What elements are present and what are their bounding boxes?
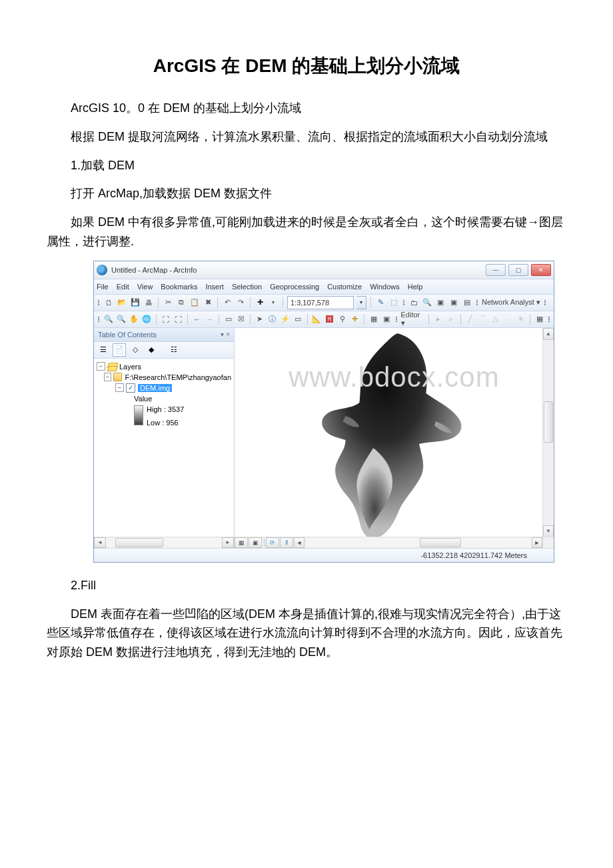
edit-tool-icon[interactable]: ▸ <box>433 314 443 325</box>
open-icon[interactable]: 📂 <box>117 297 127 308</box>
scale-input[interactable]: 1:3,107,578 <box>287 296 354 309</box>
model-icon[interactable]: ▣ <box>448 297 459 308</box>
html-popup-icon[interactable]: ▭ <box>293 314 303 325</box>
coordinates-readout: -61352.218 4202911.742 Meters <box>420 551 527 559</box>
layers-node[interactable]: Layers <box>119 363 141 371</box>
layer-visibility-checkbox[interactable]: ✓ <box>126 383 135 393</box>
scroll-left-icon[interactable]: ◄ <box>94 537 106 548</box>
python-icon[interactable]: ▣ <box>435 297 446 308</box>
forward-icon[interactable]: → <box>205 314 215 325</box>
goto-xy-icon[interactable]: ✚ <box>350 314 360 325</box>
menu-selection[interactable]: Selection <box>232 283 262 291</box>
scrollbar-thumb[interactable] <box>115 538 163 547</box>
zoom-out-icon[interactable]: 🔍 <box>116 314 126 325</box>
find-icon[interactable]: 🅼 <box>324 314 334 325</box>
menu-help[interactable]: Help <box>408 283 423 291</box>
menu-customize[interactable]: Customize <box>327 283 362 291</box>
scroll-left-icon[interactable]: ◄ <box>294 537 305 548</box>
list-by-selection-icon[interactable]: ◆ <box>145 343 158 357</box>
menu-geoprocessing[interactable]: Geoprocessing <box>270 283 319 291</box>
toc-options-icon[interactable]: ☷ <box>167 343 181 357</box>
editor-toolbar-icon[interactable]: ✎ <box>375 297 386 308</box>
pointer-icon[interactable]: ➤ <box>255 314 265 325</box>
value-label: Value <box>134 395 152 403</box>
collapse-icon[interactable]: − <box>104 373 111 381</box>
collapse-icon[interactable]: − <box>97 362 105 371</box>
collapse-icon[interactable]: − <box>115 383 124 392</box>
select-features-icon[interactable]: ▭ <box>223 314 233 325</box>
dropdown-icon[interactable]: ▾ <box>268 297 279 308</box>
scroll-right-icon[interactable]: ► <box>222 537 234 548</box>
pan-icon[interactable]: ✋ <box>129 314 139 325</box>
sketch-trace-icon[interactable]: △ <box>490 314 500 325</box>
menu-insert[interactable]: Insert <box>205 283 224 291</box>
sketch-more-icon[interactable]: ✳ <box>516 314 526 325</box>
find-route-icon[interactable]: ⚲ <box>337 314 347 325</box>
measure-icon[interactable]: 📐 <box>312 314 322 325</box>
attributes-icon[interactable]: ▦ <box>534 314 544 325</box>
cut-icon[interactable]: ✂ <box>163 297 173 308</box>
pause-icon[interactable]: Ⅱ <box>280 537 293 548</box>
toc-pin-close[interactable]: ▾ × <box>221 331 230 338</box>
full-extent-icon[interactable]: 🌐 <box>141 314 151 325</box>
list-by-visibility-icon[interactable]: ◇ <box>129 343 142 357</box>
scroll-down-icon[interactable]: ▼ <box>543 525 554 537</box>
layout-view-icon[interactable]: ▣ <box>249 537 262 548</box>
fixed-zoom-out-icon[interactable]: ⛶ <box>173 314 183 325</box>
folder-path-node[interactable]: F:\Research\TEMP\zhangyaofan <box>125 373 231 381</box>
table-of-contents-panel: Table Of Contents ▾ × ☰ 📄 ◇ ◆ ☷ − Layers <box>94 328 235 548</box>
editor-menu-label[interactable]: Editor ▾ <box>401 311 425 328</box>
search-icon[interactable]: 🔍 <box>422 297 432 308</box>
map-bottom-bar: ▦ ▣ ⟳ Ⅱ ◄ ► <box>235 537 543 548</box>
network-analyst-label[interactable]: Network Analyst ▾ <box>482 298 540 307</box>
fixed-zoom-in-icon[interactable]: ⛶ <box>161 314 171 325</box>
delete-icon[interactable]: ✖ <box>203 297 213 308</box>
map-horizontal-scrollbar[interactable] <box>306 538 532 547</box>
new-icon[interactable]: 🗋 <box>103 297 114 308</box>
clear-selection-icon[interactable]: ☒ <box>236 314 246 325</box>
paste-icon[interactable]: 📋 <box>189 297 200 308</box>
sketch-point-icon[interactable]: · <box>503 314 513 325</box>
minimize-button[interactable]: — <box>486 264 506 276</box>
toc-horizontal-scrollbar[interactable]: ◄ ► <box>94 537 234 548</box>
back-icon[interactable]: ← <box>192 314 202 325</box>
window-icon[interactable]: ▣ <box>381 314 391 325</box>
arcmap-window: Untitled - ArcMap - ArcInfo — ▢ ✕ File E… <box>93 261 554 563</box>
save-icon[interactable]: 💾 <box>130 297 141 308</box>
maximize-button[interactable]: ▢ <box>508 264 528 276</box>
hyperlink-icon[interactable]: ⚡ <box>281 314 291 325</box>
edit-arrow-icon[interactable]: ▹ <box>446 314 456 325</box>
redo-icon[interactable]: ↷ <box>235 297 246 308</box>
menu-windows[interactable]: Windows <box>370 283 400 291</box>
close-button[interactable]: ✕ <box>531 264 551 276</box>
map-view[interactable]: www.bdocx.com ▲ ▼ ▦ ▣ ⟳ Ⅱ ◄ <box>235 328 554 548</box>
add-data-icon[interactable]: ✚ <box>255 297 265 308</box>
refresh-icon[interactable]: ⟳ <box>266 537 279 548</box>
scrollbar-thumb[interactable] <box>544 401 553 443</box>
sketch-arc-icon[interactable]: ⌒ <box>478 314 488 325</box>
scroll-right-icon[interactable]: ► <box>532 537 542 548</box>
zoom-in-icon[interactable]: 🔍 <box>103 314 113 325</box>
menu-bookmarks[interactable]: Bookmarks <box>161 283 197 291</box>
layers-icon <box>107 363 117 371</box>
toolbox-icon[interactable]: ⬚ <box>388 297 399 308</box>
table-icon[interactable]: ▤ <box>462 297 472 308</box>
menu-edit[interactable]: Edit <box>117 283 129 291</box>
map-vertical-scrollbar[interactable]: ▲ ▼ <box>542 328 554 537</box>
data-view-icon[interactable]: ▦ <box>235 537 248 548</box>
undo-icon[interactable]: ↶ <box>222 297 233 308</box>
time-slider-icon[interactable]: ▦ <box>368 314 378 325</box>
list-by-drawing-order-icon[interactable]: ☰ <box>97 343 110 357</box>
print-icon[interactable]: 🖶 <box>143 297 154 308</box>
menu-file[interactable]: File <box>97 283 109 291</box>
scrollbar-thumb[interactable] <box>420 538 461 547</box>
list-by-source-icon[interactable]: 📄 <box>113 343 126 357</box>
copy-icon[interactable]: ⧉ <box>176 297 187 308</box>
scale-dropdown-icon[interactable]: ▾ <box>356 296 366 309</box>
menu-view[interactable]: View <box>137 283 153 291</box>
dem-layer-node[interactable]: DEM.img <box>138 384 172 392</box>
sketch-line-icon[interactable]: ╱ <box>464 314 474 325</box>
scroll-up-icon[interactable]: ▲ <box>543 328 554 340</box>
identify-icon[interactable]: ⓘ <box>267 314 277 325</box>
catalog-icon[interactable]: 🗀 <box>408 297 419 308</box>
